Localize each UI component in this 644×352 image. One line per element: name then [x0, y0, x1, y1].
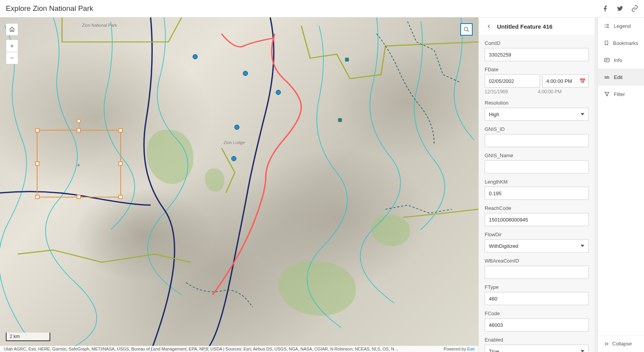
main-layout: Zion Lodge Zion National Park + + − [0, 17, 644, 352]
field-label: ReachCode [485, 205, 589, 211]
tool-label: Filter [614, 91, 625, 97]
field-label: GNIS_Name [485, 153, 589, 158]
comid-input[interactable] [485, 48, 589, 61]
selection-handle[interactable] [35, 128, 39, 132]
feature-body: ComID FDate 📅 12/31/1969 4:00:00 PM [479, 36, 594, 352]
tool-label: Bookmarks [613, 40, 638, 46]
reachcode-input[interactable] [485, 213, 589, 226]
field-label: LengthKM [485, 179, 589, 185]
field-wbareacomid: WBAreaComID [485, 258, 589, 279]
map-marker[interactable] [193, 54, 198, 59]
map-marker[interactable] [338, 118, 342, 122]
selection-box[interactable]: + [37, 130, 121, 197]
resolution-select[interactable]: High [485, 108, 589, 121]
field-lengthkm: LengthKM [485, 179, 589, 200]
svg-point-0 [464, 27, 468, 31]
map-label-zion-lodge: Zion Lodge [224, 140, 245, 145]
gnis-id-input[interactable] [485, 134, 589, 147]
fdate-time-hint: 4:00:00 PM [538, 89, 589, 94]
field-gnis-name: GNIS_Name [485, 153, 589, 173]
tool-edit[interactable]: Edit [598, 69, 644, 86]
field-fcode: FCode [485, 311, 589, 331]
enabled-select[interactable]: True [485, 345, 589, 352]
app-header: Explore Zion National Park [0, 0, 644, 17]
map-label-zion-park: Zion National Park [82, 23, 117, 27]
field-label: FCode [485, 311, 589, 316]
lengthkm-input[interactable] [485, 187, 589, 200]
svg-line-1 [467, 30, 469, 32]
field-label: FType [485, 284, 589, 290]
field-ftype: FType [485, 284, 589, 305]
fdate-date-input[interactable] [485, 74, 540, 88]
collapse-button[interactable]: Collapse [598, 335, 644, 352]
field-label: ComID [485, 40, 589, 46]
tool-panel: Legend Bookmarks Info Edit Filter Collap… [598, 17, 644, 352]
link-icon[interactable] [631, 5, 638, 12]
map-marker[interactable] [234, 125, 239, 130]
field-label: Resolution [485, 100, 589, 106]
map-area[interactable]: Zion Lodge Zion National Park + + − [0, 17, 478, 352]
app-title: Explore Zion National Park [6, 4, 93, 13]
selection-handle[interactable] [35, 161, 39, 166]
field-label: GNIS_ID [485, 126, 589, 132]
tool-label: Collapse [612, 341, 632, 347]
tool-label: Legend [614, 23, 630, 29]
map-marker[interactable] [243, 71, 248, 76]
selection-handle[interactable] [118, 128, 123, 132]
attribution-powered-by: Powered by Esri [444, 347, 475, 351]
twitter-icon[interactable] [617, 5, 624, 12]
field-flowdir: FlowDir WithDigitized [485, 232, 589, 252]
selection-handle[interactable] [77, 128, 81, 132]
back-button[interactable] [485, 22, 493, 31]
tool-filter[interactable]: Filter [598, 86, 644, 103]
field-reachcode: ReachCode [485, 205, 589, 226]
map-controls: + − [6, 23, 18, 64]
zoom-out-button[interactable]: − [6, 52, 18, 64]
home-extent-button[interactable] [6, 23, 18, 36]
selection-rotate-handle[interactable] [77, 119, 81, 123]
field-enabled: Enabled True [485, 337, 589, 352]
scrollbar-track[interactable] [594, 17, 598, 352]
facebook-icon[interactable] [602, 5, 609, 12]
gnis-name-input[interactable] [485, 160, 589, 173]
svg-rect-2 [605, 58, 609, 62]
selection-handle[interactable] [118, 161, 123, 166]
zoom-in-button[interactable]: + [6, 39, 18, 52]
map-marker[interactable] [276, 90, 281, 95]
selection-handle[interactable] [77, 195, 81, 199]
map-marker[interactable] [345, 58, 349, 62]
scale-bar: 2 km [6, 333, 50, 341]
tool-legend[interactable]: Legend [598, 17, 644, 34]
fdate-date-hint: 12/31/1969 [485, 89, 536, 94]
map-attribution: Utah AGRC, Esri, HERE, Garmin, SafeGraph… [0, 346, 478, 352]
tool-label: Info [614, 57, 622, 63]
fcode-input[interactable] [485, 318, 589, 331]
search-button[interactable] [460, 23, 473, 36]
tool-bookmarks[interactable]: Bookmarks [598, 34, 644, 52]
header-share-icons [602, 5, 638, 12]
feature-panel: Untitled Feature 416 ComID FDate 📅 12/31… [478, 17, 594, 352]
ftype-input[interactable] [485, 292, 589, 305]
field-fdate: FDate 📅 12/31/1969 4:00:00 PM [485, 67, 589, 94]
zoom-controls: + − [6, 39, 18, 64]
field-label: FDate [485, 67, 589, 72]
map-marker[interactable] [231, 156, 236, 161]
field-comid: ComID [485, 40, 589, 61]
field-label: WBAreaComID [485, 258, 589, 264]
wbareacomid-input[interactable] [485, 266, 589, 279]
field-label: FlowDir [485, 232, 589, 237]
selection-center-icon: + [77, 162, 80, 168]
feature-header: Untitled Feature 416 [479, 17, 594, 36]
attribution-sources: Utah AGRC, Esri, HERE, Garmin, SafeGraph… [4, 347, 440, 351]
selection-handle[interactable] [118, 195, 123, 199]
esri-link[interactable]: Esri [467, 347, 475, 351]
selection-handle[interactable] [35, 195, 39, 199]
flowdir-select[interactable]: WithDigitized [485, 239, 589, 252]
field-label: Enabled [485, 337, 589, 343]
field-resolution: Resolution High [485, 100, 589, 121]
tool-info[interactable]: Info [598, 52, 644, 69]
field-gnis-id: GNIS_ID [485, 126, 589, 147]
fdate-time-input[interactable] [542, 74, 589, 88]
tool-label: Edit [614, 74, 622, 80]
feature-title: Untitled Feature 416 [497, 23, 552, 30]
